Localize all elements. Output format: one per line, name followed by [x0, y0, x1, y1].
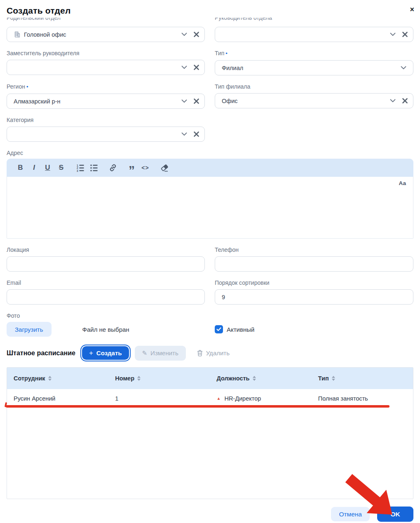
file-status-text: Файл не выбран [82, 326, 129, 333]
field-deputy: Заместитель руководителя [7, 50, 205, 75]
chevron-down-icon[interactable] [181, 99, 187, 103]
edit-button[interactable]: ✎Изменить [135, 346, 186, 361]
address-editor: B I U S 1 2 3 [7, 159, 413, 239]
clear-icon[interactable] [402, 98, 408, 104]
sort-icon [48, 376, 52, 381]
field-active: Активный [215, 313, 413, 337]
pencil-icon: ✎ [142, 349, 148, 357]
strikethrough-icon[interactable]: S [56, 162, 67, 174]
ordered-list-icon[interactable]: 1 2 3 [75, 162, 86, 174]
chevron-down-icon[interactable] [181, 66, 187, 69]
branch-type-select[interactable]: Офис [215, 93, 413, 108]
field-location: Локация [7, 247, 205, 272]
type-label: Тип [215, 50, 224, 56]
deputy-select[interactable] [7, 60, 205, 75]
column-header-number[interactable]: Номер [108, 375, 210, 382]
column-header-type[interactable]: Тип [312, 375, 413, 382]
email-label: Email [7, 280, 205, 286]
clear-icon[interactable] [193, 31, 199, 38]
font-size-toggle[interactable]: Аа [399, 180, 406, 186]
parent-department-select[interactable]: Головной офис [7, 27, 205, 42]
field-photo: Фото Загрузить Файл не выбран [7, 313, 205, 337]
active-checkbox[interactable] [215, 325, 223, 333]
field-type: Тип• Филиал [215, 50, 413, 75]
modal-header: Создать отдел × [0, 0, 420, 16]
cell-employee: Русин Арсений [7, 395, 108, 402]
field-head: Руководитель отдела [215, 18, 413, 42]
region-select[interactable]: Алмазарский р-н [7, 94, 205, 109]
sort-icon [137, 376, 141, 381]
head-select[interactable] [215, 27, 413, 42]
deputy-label: Заместитель руководителя [7, 50, 205, 56]
address-textarea[interactable]: Аа [7, 177, 413, 239]
code-icon[interactable]: <> [140, 162, 151, 174]
field-email: Email [7, 280, 205, 305]
modal-footer: Отмена OK [0, 507, 420, 522]
active-label: Активный [227, 326, 254, 333]
staffing-title: Штатное расписание [7, 349, 75, 357]
create-button[interactable]: +Создать [82, 346, 129, 360]
phone-label: Телефон [215, 247, 413, 253]
chevron-down-icon[interactable] [181, 33, 187, 36]
unordered-list-icon[interactable] [88, 162, 99, 174]
sort-order-label: Порядок сортировки [215, 280, 413, 286]
position-marker-icon: ▲ [217, 396, 221, 401]
region-value: Алмазарский р-н [14, 98, 61, 105]
field-address: Адрес B I U S 1 2 3 [7, 150, 413, 239]
link-icon[interactable] [107, 162, 118, 174]
clear-icon[interactable] [193, 64, 199, 70]
sort-icon [332, 376, 335, 381]
underline-icon[interactable]: U [42, 162, 53, 174]
required-dot: • [225, 50, 228, 56]
cell-number: 1 [108, 395, 210, 402]
chevron-down-icon[interactable] [390, 33, 396, 36]
column-header-position[interactable]: Должность [210, 375, 312, 382]
building-icon [14, 31, 21, 38]
field-phone: Телефон [215, 247, 413, 272]
field-branch-type: Тип филиала Офис [215, 84, 413, 109]
field-parent-department: Родительский отдел Головной офис [7, 18, 205, 42]
chevron-down-icon[interactable] [401, 66, 406, 70]
type-select[interactable]: Филиал [215, 60, 413, 75]
field-sort-order: Порядок сортировки [215, 280, 413, 305]
sort-icon [253, 376, 256, 381]
phone-input[interactable] [215, 256, 413, 272]
blockquote-icon[interactable]: ” [126, 162, 137, 174]
delete-button[interactable]: Удалить [193, 346, 234, 361]
category-select[interactable] [7, 127, 205, 142]
clear-icon[interactable] [193, 98, 199, 104]
trash-icon [197, 350, 203, 356]
svg-text:3: 3 [77, 169, 78, 172]
clear-icon[interactable] [402, 31, 408, 38]
photo-label: Фото [7, 313, 205, 319]
cell-type: Полная занятость [312, 395, 413, 402]
cell-position: ▲ HR-Директор [210, 395, 312, 402]
italic-icon[interactable]: I [28, 162, 40, 174]
plus-icon: + [89, 349, 93, 357]
column-header-employee[interactable]: Сотрудник [7, 375, 108, 382]
editor-toolbar: B I U S 1 2 3 [7, 159, 413, 177]
close-icon[interactable]: × [410, 6, 414, 13]
location-label: Локация [7, 247, 205, 253]
region-label: Регион [7, 83, 25, 90]
parent-department-value: Головной офис [24, 31, 66, 38]
chevron-down-icon[interactable] [181, 132, 187, 136]
upload-button[interactable]: Загрузить [7, 322, 52, 337]
annotation-underline [6, 405, 389, 408]
clear-icon[interactable] [193, 131, 199, 137]
page-title: Создать отдел [7, 6, 413, 16]
form-grid: Родительский отдел Головной офис [0, 18, 420, 337]
spacer-cell [215, 117, 413, 142]
head-label: Руководитель отдела [215, 18, 413, 21]
bold-icon[interactable]: B [15, 162, 26, 174]
branch-type-value: Офис [222, 98, 238, 104]
staffing-header: Штатное расписание +Создать ✎Изменить Уд… [0, 345, 420, 361]
field-category: Категория [7, 117, 205, 142]
sort-order-input[interactable] [215, 289, 413, 305]
parent-department-label: Родительский отдел [7, 18, 205, 21]
eraser-icon[interactable] [159, 162, 170, 174]
email-input[interactable] [7, 289, 205, 305]
chevron-down-icon[interactable] [390, 99, 396, 103]
location-input[interactable] [7, 256, 205, 272]
branch-type-label: Тип филиала [215, 84, 413, 89]
